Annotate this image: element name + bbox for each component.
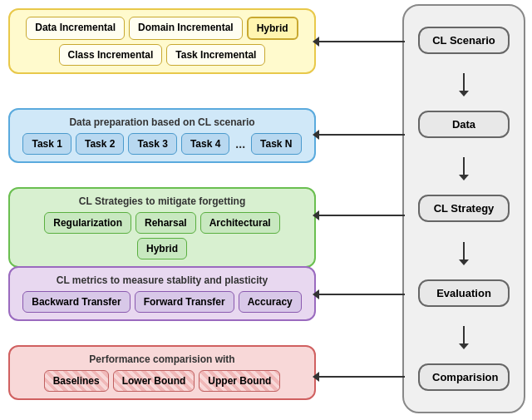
metrics-panel-title: CL metrics to measure stablity and plast… (18, 274, 306, 286)
diagram: CL Scenario Data CL Strategy Evaluation … (0, 0, 532, 420)
metric-items: Backward Transfer Forward Transfer Accur… (18, 291, 306, 313)
data-item-task1: Task 1 (22, 133, 71, 155)
scenario-panel: Data Incremental Domain Incremental Hybr… (8, 8, 316, 74)
scenario-items: Data Incremental Domain Incremental Hybr… (18, 17, 306, 66)
arrow-evaluation (318, 294, 405, 295)
flow-items-column: CL Scenario Data CL Strategy Evaluation … (402, 4, 525, 413)
arrow-strategy (318, 215, 405, 216)
data-item-dots: ... (234, 133, 247, 155)
metric-item-accuracy: Accuracy (239, 291, 302, 313)
connector-2 (463, 157, 465, 175)
metric-item-backward: Backward Transfer (22, 291, 130, 313)
scenario-item-class-incremental: Class Incremental (59, 44, 163, 66)
scenario-item-data-incremental: Data Incremental (26, 17, 125, 40)
flow-item-cl-strategy: CL Strategy (418, 195, 510, 222)
connector-1 (463, 73, 465, 91)
strategy-items: Regularization Reharsal Architectural Hy… (18, 212, 306, 259)
flow-item-data: Data (418, 111, 510, 138)
comparison-item-upper-bound: Upper Bound (199, 370, 280, 392)
strategy-item-hybrid: Hybrid (137, 238, 187, 259)
strategy-item-regularization: Regularization (44, 212, 131, 234)
data-item-task4: Task 4 (181, 133, 229, 155)
scenario-item-task-incremental: Task Incremental (166, 44, 265, 66)
flow-item-comparision: Comparision (418, 363, 510, 391)
comparison-item-lower-bound: Lower Bound (113, 370, 195, 392)
data-item-task3: Task 3 (128, 133, 176, 155)
strategies-panel-title: CL Strategies to mitigate forgetting (18, 195, 306, 207)
data-panel: Data preparation based on CL scenario Ta… (8, 108, 316, 163)
strategy-item-reharsal: Reharsal (135, 212, 196, 234)
metric-item-forward: Forward Transfer (135, 291, 234, 313)
data-item-taskN: Task N (251, 133, 301, 155)
arrow-scenario (318, 41, 405, 42)
data-panel-title: Data preparation based on CL scenario (18, 116, 306, 128)
comparison-item-baselines: Baselines (44, 370, 109, 392)
flow-item-cl-scenario: CL Scenario (418, 27, 510, 54)
metrics-panel: CL metrics to measure stablity and plast… (8, 266, 316, 321)
arrow-data (318, 134, 405, 136)
comparison-items: Baselines Lower Bound Upper Bound (18, 370, 306, 392)
connector-3 (463, 242, 465, 260)
data-items: Task 1 Task 2 Task 3 Task 4 ... Task N (18, 133, 306, 155)
flow-item-evaluation: Evaluation (418, 279, 510, 307)
data-item-task2: Task 2 (76, 133, 124, 155)
arrow-comparision (318, 376, 405, 378)
strategy-item-architectural: Architectural (200, 212, 280, 234)
scenario-item-domain-incremental: Domain Incremental (129, 17, 243, 40)
connector-4 (463, 326, 465, 344)
comparison-panel: Performance comparision with Baselines L… (8, 345, 316, 400)
comparison-panel-title: Performance comparision with (18, 353, 306, 365)
strategies-panel: CL Strategies to mitigate forgetting Reg… (8, 187, 316, 268)
scenario-item-hybrid: Hybrid (247, 17, 298, 40)
